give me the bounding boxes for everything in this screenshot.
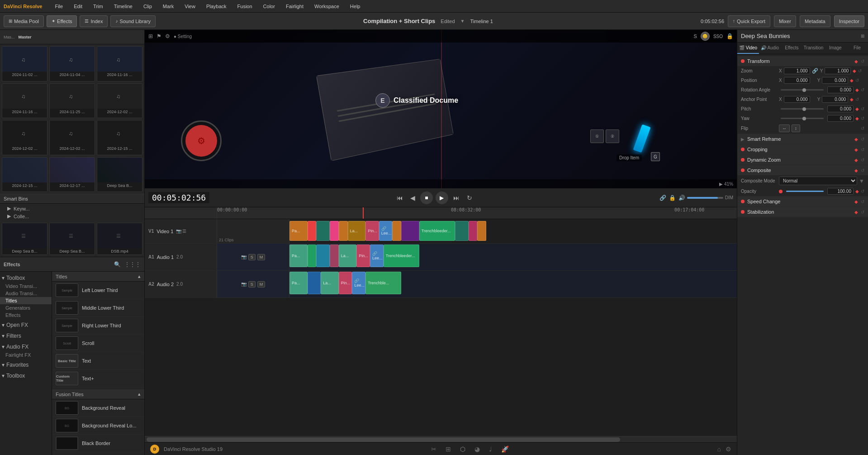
- clip-block[interactable]: [469, 221, 478, 241]
- audio-clip[interactable]: La...: [321, 272, 339, 294]
- title-item-right-lower-third[interactable]: Sample Right Lower Third: [52, 317, 144, 335]
- smart-bin-item-keyw[interactable]: ▶ Keyw...: [0, 205, 144, 212]
- step-back-button[interactable]: ◀: [408, 193, 417, 203]
- composite-reset[interactable]: ↺: [861, 168, 864, 173]
- anchor-x-input[interactable]: [784, 96, 810, 103]
- rotation-keyframe-icon[interactable]: ◆: [855, 87, 859, 92]
- clip-block[interactable]: Pin...: [365, 221, 379, 241]
- toolbox-item-titles[interactable]: Titles: [0, 297, 52, 304]
- status-icon-color[interactable]: ◕: [474, 445, 480, 453]
- thumbnail-item[interactable]: ♫ 2024-11-16 ...: [97, 46, 142, 81]
- pitch-input[interactable]: [827, 105, 854, 112]
- status-icon-timeline[interactable]: ⊞: [446, 445, 451, 453]
- toolbox-item-fairlight-fx[interactable]: Fairlight FX: [0, 351, 52, 359]
- pitch-reset[interactable]: ↺: [861, 106, 864, 111]
- preview-icon-expand[interactable]: ⊞: [148, 33, 153, 39]
- zoom-y-input[interactable]: [825, 67, 851, 74]
- position-x-input[interactable]: [784, 77, 810, 84]
- zoom-keyframe-icon[interactable]: ◆: [853, 68, 856, 73]
- insp-tab-file[interactable]: File: [846, 43, 868, 54]
- opacity-keyframe-icon[interactable]: ◆: [855, 189, 859, 194]
- clip-block[interactable]: [477, 221, 486, 241]
- zoom-reset[interactable]: ↺: [858, 68, 862, 73]
- play-button[interactable]: ▶: [436, 192, 448, 204]
- menu-mark[interactable]: Mark: [161, 3, 175, 10]
- menu-timeline[interactable]: Timeline: [112, 3, 134, 10]
- thumbnail-item[interactable]: ♫ 2024-11-02 ...: [2, 46, 47, 81]
- flip-reset[interactable]: ↺: [861, 126, 864, 131]
- thumbnail-item[interactable]: 2024-12-17 ...: [49, 157, 95, 192]
- title-item-background-reveal-lo[interactable]: BG Background Reveal Lo...: [52, 417, 144, 435]
- clip-block[interactable]: [392, 221, 401, 241]
- opacity-slider[interactable]: [786, 191, 824, 192]
- stop-button[interactable]: ■: [420, 192, 433, 204]
- thumbnail-item[interactable]: ♫ 2024-12-02 ...: [2, 120, 47, 155]
- clip-block[interactable]: [455, 221, 469, 241]
- smart-bins-header[interactable]: Smart Bins: [0, 194, 144, 204]
- title-item-text[interactable]: Basic Title Text: [52, 352, 144, 370]
- clip-block[interactable]: [308, 221, 317, 241]
- status-icon-home[interactable]: ⌂: [717, 445, 721, 453]
- lock-button[interactable]: 🔒: [669, 195, 676, 201]
- audio-clip[interactable]: Pa...: [289, 272, 308, 294]
- thumbnail-item[interactable]: ☰ Deep Sea B...: [49, 223, 95, 255]
- audio-clip[interactable]: La...: [339, 244, 357, 267]
- opacity-input[interactable]: [827, 188, 854, 195]
- pitch-keyframe-icon[interactable]: ◆: [855, 106, 859, 111]
- track-a1-m-button[interactable]: M: [257, 254, 266, 260]
- menu-view[interactable]: View: [183, 3, 197, 10]
- smart-bin-item-colle[interactable]: ▶ Colle...: [0, 212, 144, 220]
- dynamic-zoom-header[interactable]: Dynamic Zoom ◆ ↺: [737, 155, 868, 165]
- title-item-middle-lower-third[interactable]: Sample Middle Lower Third: [52, 299, 144, 317]
- cropping-header[interactable]: Cropping ◆ ↺: [737, 144, 868, 154]
- opacity-reset[interactable]: ↺: [861, 189, 864, 194]
- menu-clip[interactable]: Clip: [142, 3, 154, 10]
- effects-menu-icon[interactable]: ⋮⋮⋮: [124, 261, 141, 268]
- yaw-input[interactable]: [827, 115, 854, 122]
- preview-icon-flag[interactable]: ⚑: [157, 33, 161, 39]
- transform-header[interactable]: Transform ◆ ↺: [737, 56, 868, 66]
- position-y-input[interactable]: [822, 77, 848, 84]
- yaw-keyframe-icon[interactable]: ◆: [855, 116, 859, 121]
- audio-clip[interactable]: Pa...: [289, 244, 308, 267]
- title-item-scroll[interactable]: Scroll Scroll: [52, 335, 144, 352]
- title-item-text-plus[interactable]: Custom Title Text+: [52, 370, 144, 388]
- cropping-reset[interactable]: ↺: [861, 147, 864, 152]
- position-keyframe-icon[interactable]: ◆: [850, 78, 854, 83]
- clip-block[interactable]: La...: [348, 221, 366, 241]
- audio-clip[interactable]: [330, 244, 339, 267]
- insp-tab-transition[interactable]: Transition: [803, 43, 825, 54]
- rotation-input[interactable]: [827, 86, 854, 93]
- pitch-slider[interactable]: [781, 108, 824, 110]
- clip-block[interactable]: [339, 221, 348, 241]
- volume-icon[interactable]: 🔊: [678, 195, 685, 201]
- menu-help[interactable]: Help: [348, 3, 362, 10]
- audio-fx-header[interactable]: ▾ Audio FX: [0, 342, 52, 351]
- clip-block[interactable]: [330, 221, 339, 241]
- clip-block[interactable]: [316, 221, 330, 241]
- thumbnail-item[interactable]: 2024-12-15 ...: [2, 157, 47, 192]
- audio-clip[interactable]: 🔗 Lee...: [352, 272, 365, 294]
- skip-forward-button[interactable]: ⏭: [451, 193, 462, 203]
- anchor-y-input[interactable]: [822, 96, 848, 103]
- insp-tab-effects[interactable]: Effects: [781, 43, 802, 54]
- audio-clip[interactable]: Pin...: [356, 244, 370, 267]
- audio-clip[interactable]: [308, 272, 321, 294]
- snap-button[interactable]: 🔗: [659, 195, 666, 201]
- thumbnail-item[interactable]: ♫ 2024-11-04 ...: [49, 46, 95, 81]
- cropping-keyframe-icon[interactable]: ◆: [854, 147, 858, 152]
- clip-block[interactable]: Pa...: [289, 221, 308, 241]
- menu-edit[interactable]: Edit: [72, 3, 84, 10]
- yaw-slider[interactable]: [781, 118, 824, 119]
- toolbox-header[interactable]: ▾ Toolbox: [0, 273, 52, 283]
- zoom-x-input[interactable]: [784, 67, 810, 74]
- inspector-button[interactable]: Inspector: [834, 15, 864, 27]
- thumbnail-item[interactable]: ☰ DSB.mp4: [97, 223, 142, 255]
- thumbnail-item[interactable]: ♫ 2024-11-25 ...: [49, 83, 95, 119]
- title-item-black-border[interactable]: Black Border: [52, 435, 144, 452]
- status-icon-cut[interactable]: ✂: [431, 445, 436, 453]
- audio-clip[interactable]: [308, 244, 317, 267]
- scrollbar-thumb[interactable]: [147, 437, 620, 442]
- loop-button[interactable]: ↻: [465, 193, 474, 203]
- toolbox-item-effects[interactable]: Effects: [0, 311, 52, 319]
